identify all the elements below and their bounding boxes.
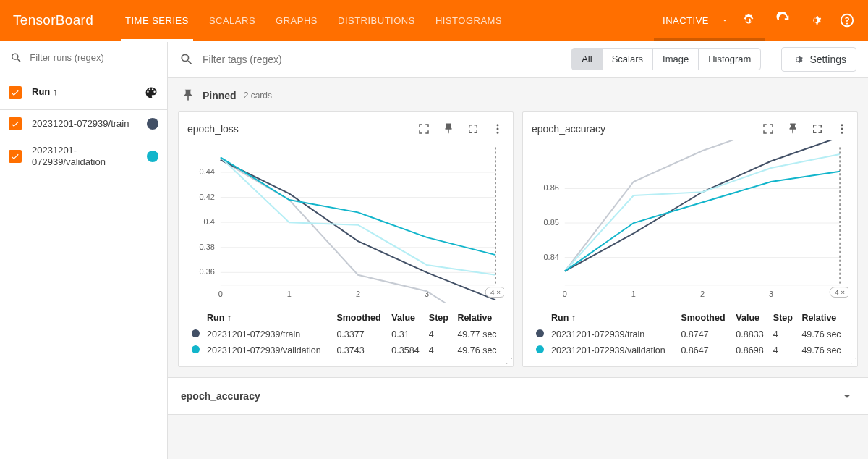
segment-all[interactable]: All [571,48,602,70]
chart[interactable]: 0.840.850.86012344 ×⋰ [532,140,848,303]
tab-histograms[interactable]: HISTOGRAMS [435,0,502,41]
col-header[interactable]: Step [770,310,798,326]
col-header[interactable]: Value [388,310,424,326]
cell-value: 0.8698 [733,343,768,358]
pinned-label: Pinned [203,90,237,101]
resize-handle[interactable]: ⋰ [497,293,503,301]
cell-step: 4 [426,343,454,358]
status-label: INACTIVE [663,15,709,26]
col-header[interactable]: Value [733,310,768,326]
table-row[interactable]: 20231201-072939/validation 0.8647 0.8698… [533,343,847,358]
col-header[interactable]: Step [426,310,454,326]
svg-text:0.84: 0.84 [544,253,559,261]
card-title: epoch_accuracy [532,123,605,135]
pin-icon [181,88,195,103]
select-all-checkbox[interactable] [9,86,22,99]
more-icon[interactable] [491,122,504,135]
reload-status[interactable]: INACTIVE [660,0,760,41]
pin-icon[interactable] [442,122,455,135]
gear-icon[interactable] [807,12,823,28]
table-row[interactable]: 20231201-072939/train 0.3377 0.31 4 49.7… [189,327,503,342]
cell-relative: 49.76 sec [799,343,847,358]
cell-value: 0.3584 [388,343,424,358]
data-table: Run ↑SmoothedValueStepRelative 20231201-… [187,308,504,359]
svg-text:0.38: 0.38 [200,243,215,251]
chevron-down-icon [839,388,855,404]
run-checkbox[interactable] [9,117,22,130]
table-row[interactable]: 20231201-072939/validation 0.3743 0.3584… [189,343,503,358]
data-table: Run ↑SmoothedValueStepRelative 20231201-… [532,308,848,359]
fullscreen-icon[interactable] [811,122,824,135]
tab-time-series[interactable]: TIME SERIES [125,0,189,41]
svg-text:1: 1 [631,290,636,298]
fullscreen-icon[interactable] [467,122,480,135]
col-header[interactable]: Smoothed [678,310,731,326]
col-header[interactable]: Smoothed [333,310,387,326]
run-item[interactable]: 20231201-072939/train [0,110,167,138]
col-header[interactable]: Relative [454,310,503,326]
refresh-icon[interactable] [775,12,791,28]
cell-relative: 49.77 sec [454,327,503,342]
cell-smoothed: 0.3743 [333,343,387,358]
brightness-icon[interactable] [741,12,757,28]
svg-text:0.42: 0.42 [200,193,215,201]
run-checkbox[interactable] [9,150,22,163]
svg-text:1: 1 [287,290,292,298]
pin-icon[interactable] [786,122,799,135]
cell-run: 20231201-072939/train [204,327,332,342]
section-epoch-accuracy[interactable]: epoch_accuracy [168,377,868,415]
brand: TensorBoard [13,12,93,28]
settings-button[interactable]: Settings [781,47,856,72]
sidebar-search[interactable] [0,41,167,75]
fit-icon[interactable] [762,122,775,135]
segment-image[interactable]: Image [652,48,699,70]
settings-label: Settings [809,54,846,65]
filter-runs-input[interactable] [30,52,157,63]
pinned-count: 2 cards [244,90,272,101]
card-tools [762,122,848,135]
segment-scalars[interactable]: Scalars [602,48,653,70]
cell-smoothed: 0.8747 [678,327,731,342]
runs-list: 20231201-072939/train 20231201-072939/va… [0,110,167,176]
col-header[interactable]: Run ↑ [548,310,676,326]
chart[interactable]: 0.360.380.40.420.44012344 ×⋰ [187,140,504,303]
cell-relative: 49.76 sec [454,343,503,358]
cell-run: 20231201-072939/validation [548,343,676,358]
cell-relative: 49.76 sec [799,327,847,342]
fit-icon[interactable] [417,122,430,135]
resize-handle[interactable]: ⋰ [850,357,856,365]
palette-icon[interactable] [144,85,158,100]
app-header: TensorBoard TIME SERIESSCALARSGRAPHSDIST… [0,0,868,41]
col-header[interactable]: Relative [799,310,847,326]
filter-tags-input[interactable] [203,54,563,65]
tab-scalars[interactable]: SCALARS [209,0,255,41]
card-epoch-loss: epoch_loss 0.360.380.40.420.44012344 ×⋰R… [178,111,514,367]
svg-text:0.44: 0.44 [200,167,215,176]
resize-handle[interactable]: ⋰ [506,357,511,365]
row-swatch [536,329,544,337]
resize-handle[interactable]: ⋰ [841,293,847,301]
gear-icon [791,53,804,66]
runs-header[interactable]: Run ↑ [0,75,167,110]
col-header[interactable]: Run ↑ [204,310,332,326]
cell-smoothed: 0.8647 [678,343,731,358]
main-area: AllScalarsImageHistogram Settings Pinned… [168,41,868,459]
card-epoch-accuracy: epoch_accuracy 0.840.850.86012344 ×⋰Run … [522,111,858,367]
search-icon [179,52,194,67]
pinned-header[interactable]: Pinned 2 cards [168,78,868,111]
cell-run: 20231201-072939/train [548,327,676,342]
header-tools: INACTIVE [660,0,855,41]
dropdown-icon [720,16,729,25]
tab-graphs[interactable]: GRAPHS [276,0,318,41]
svg-text:0: 0 [218,290,223,298]
card-tools [417,122,504,135]
help-icon[interactable] [839,12,855,28]
run-color-swatch [147,151,158,162]
svg-text:0.86: 0.86 [544,183,559,192]
tab-distributions[interactable]: DISTRIBUTIONS [338,0,415,41]
table-row[interactable]: 20231201-072939/train 0.8747 0.8833 4 49… [533,327,847,342]
run-item[interactable]: 20231201-072939/validation [0,138,167,176]
run-color-swatch [147,118,158,130]
segment-histogram[interactable]: Histogram [698,48,761,70]
more-icon[interactable] [835,122,848,135]
